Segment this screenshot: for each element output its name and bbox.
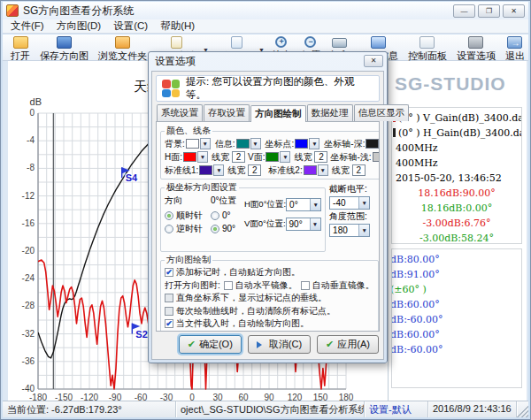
v-plane-color-dropdown[interactable]: ▼	[280, 151, 290, 163]
radio-zero-90[interactable]	[211, 225, 219, 233]
info-box-markers: dB:80.00°dB:91.00°(±60° )dB:60.00°dB:-60…	[391, 248, 522, 388]
tab-data-processing[interactable]: 数据处理	[307, 104, 353, 121]
menu-settings[interactable]: 设置(C)	[107, 19, 154, 34]
h-plane-color-dropdown[interactable]: ▼	[197, 151, 208, 163]
x-tick-label: 180	[339, 393, 354, 401]
y-tick-label: -20	[22, 246, 35, 256]
toolbar-control-panel[interactable]: 控制面板	[404, 35, 451, 64]
radio-counterclockwise[interactable]	[165, 225, 173, 233]
resize-grip[interactable]	[517, 401, 528, 417]
ok-button[interactable]: 确定(O)	[179, 335, 242, 354]
tab-system-settings[interactable]: 系统设置	[157, 104, 203, 121]
info-frequency: 400MHz	[396, 141, 518, 156]
cancel-button[interactable]: 取消(C)	[248, 335, 311, 354]
status-datetime: 2016/8/9 21:43:16	[428, 401, 517, 417]
checkbox-auto-draw-on-load-label: 当文件载入时，自动绘制方向图。	[176, 317, 309, 330]
point-color-dropdown[interactable]: ▼	[309, 138, 319, 149]
toolbar-settings[interactable]: 设置选项	[452, 35, 500, 64]
chevron-down-icon: ▼	[310, 218, 320, 230]
v-plane-linewidth-input[interactable]: 2	[314, 151, 327, 163]
app-icon	[6, 4, 19, 17]
radio-zero-0-label: 0°	[222, 210, 231, 220]
tab-pattern-draw[interactable]: 方向图绘制	[250, 105, 306, 122]
x-tick-label: -150	[55, 393, 73, 401]
open-pattern-prefix-label: 打开方向图时:	[165, 279, 220, 292]
apply-button[interactable]: 应用(A)	[317, 335, 379, 354]
std-line1-color-swatch[interactable]	[199, 165, 212, 175]
info-color-swatch[interactable]	[236, 139, 250, 149]
radio-clockwise[interactable]	[165, 211, 173, 220]
std-line2-color-swatch[interactable]	[304, 165, 317, 175]
checkbox-auto-hmirror[interactable]	[224, 281, 233, 290]
close-button[interactable]: ✕	[503, 4, 525, 18]
dialog-body: 提示: 您可以设置方向图的颜色、外观等。 系统设置存取设置方向图绘制数据处理信息…	[151, 71, 384, 360]
std-line1-color-dropdown[interactable]: ▼	[213, 164, 224, 176]
radio-zero-90-label: 90°	[222, 224, 235, 233]
watermark: SG-STUDIO	[395, 73, 506, 95]
menu-file[interactable]: 文件(F)	[4, 19, 50, 34]
toolbar-browse-folder[interactable]: 浏览文件夹	[94, 35, 151, 64]
checkbox-auto-draw-on-load[interactable]	[165, 319, 173, 328]
zoom-out-icon	[304, 36, 316, 48]
axis-dark-color-swatch[interactable]	[366, 139, 379, 149]
std-line1-linewidth-input[interactable]: 2	[248, 164, 261, 176]
dialog-title: 设置选项	[155, 56, 196, 66]
marker-S2[interactable]: S2	[132, 324, 147, 340]
pattern-icon	[231, 36, 242, 49]
bg-color-swatch[interactable]	[186, 139, 199, 149]
chevron-down-icon: ▼	[310, 199, 320, 210]
check-icon	[326, 339, 334, 350]
tab-info-display[interactable]: 信息区显示	[354, 104, 410, 121]
menu-pattern[interactable]: 方向图(D)	[50, 19, 107, 34]
y-tick-label: -36	[22, 356, 35, 366]
bg-color-dropdown[interactable]: ▼	[200, 138, 211, 149]
status-mode[interactable]: 设置-默认	[365, 401, 428, 417]
details-icon	[371, 36, 386, 49]
cancel-button-label: 取消(C)	[269, 338, 302, 351]
chevron-down-icon: ▼	[358, 225, 369, 236]
point-color-swatch[interactable]	[295, 139, 308, 149]
minimize-button[interactable]: —	[453, 4, 475, 18]
menu-help[interactable]: 帮助(H)	[154, 19, 201, 34]
open-folder-icon	[13, 36, 28, 49]
toolbar-open[interactable]: 打开	[6, 35, 35, 64]
info-color-dropdown[interactable]: ▼	[250, 138, 261, 149]
angle-range-value: 180	[333, 225, 348, 235]
maximize-button[interactable]: ❐	[478, 4, 500, 18]
h-plane-linewidth-input[interactable]: 2	[232, 151, 245, 163]
angle-range-select[interactable]: 180▼	[329, 224, 370, 237]
toolbar-save-pattern[interactable]: 保存方向图	[35, 35, 93, 64]
tab-access-settings[interactable]: 存取设置	[204, 104, 250, 121]
checkbox-clear-marks[interactable]	[165, 307, 173, 316]
checkbox-auto-vmirror[interactable]	[301, 281, 310, 290]
v-zero-position-label: V面0°位置:	[244, 218, 286, 230]
y-tick-label: -32	[22, 329, 35, 339]
direction-label: 方向	[165, 195, 211, 207]
info-marker-value: (±60° )	[391, 282, 518, 297]
y-tick-label: -40	[22, 384, 35, 393]
x-tick-label: -120	[81, 393, 98, 401]
std-line2-linewidth-input[interactable]: 2	[352, 164, 366, 176]
y-tick-label: -12	[22, 191, 35, 201]
toolbar-exit[interactable]: 退出	[501, 35, 529, 64]
dialog-close-button[interactable]: ✕	[364, 55, 383, 67]
cutoff-level-value: -40	[333, 198, 345, 208]
group-colors-lines: 颜色、线条 背景: ▼ 信息: ▼ 坐标点: ▼ 坐标轴-深: ▼	[160, 125, 380, 179]
x-tick-label: 120	[288, 393, 303, 401]
v-zero-position-select[interactable]: 90°▼	[286, 218, 321, 231]
cutoff-level-select[interactable]: -40▼	[329, 196, 370, 210]
info-marker-value: dB:60.00°	[391, 327, 518, 342]
v-plane-color-swatch[interactable]	[266, 152, 279, 162]
h-zero-position-select[interactable]: 0°▼	[286, 198, 321, 211]
axis-dark-color-label: 坐标轴-深:	[324, 138, 365, 150]
checkbox-show-vertical-line[interactable]	[165, 294, 173, 302]
radio-zero-0[interactable]	[211, 211, 219, 220]
info-frequency: 400MHz	[396, 156, 518, 171]
axis-light-color-swatch[interactable]	[373, 152, 380, 162]
std-line2-color-dropdown[interactable]: ▼	[318, 164, 328, 176]
h-plane-color-swatch[interactable]	[183, 152, 196, 162]
info-file-line: (0° ) H_Gain(dB)_3400.dat	[393, 126, 518, 141]
checkbox-auto-snap[interactable]	[165, 268, 173, 277]
dialog-titlebar[interactable]: 设置选项 ✕	[149, 52, 387, 70]
h-zero-position-value: 0°	[289, 200, 298, 210]
